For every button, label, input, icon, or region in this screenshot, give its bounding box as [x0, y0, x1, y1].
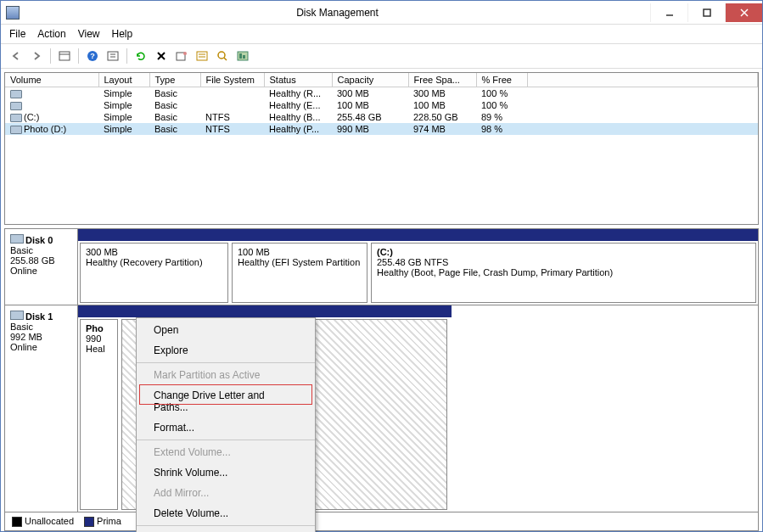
svg-rect-15: [197, 52, 207, 60]
context-menu: OpenExploreMark Partition as ActiveChang…: [136, 317, 316, 532]
col-header[interactable]: Free Spa...: [408, 73, 476, 87]
menu-separator: [137, 440, 315, 440]
close-button[interactable]: [725, 3, 762, 22]
menu-help[interactable]: Help: [112, 28, 133, 40]
menu-action[interactable]: Action: [37, 28, 65, 40]
search-icon[interactable]: [214, 48, 231, 64]
volume-icon: [10, 114, 22, 122]
disk1-row: Disk 1 Basic 992 MB Online Pho 990 Heal: [5, 305, 758, 512]
svg-text:?: ?: [90, 52, 95, 60]
volume-row[interactable]: SimpleBasicHealthy (R...300 MB300 MB100 …: [5, 87, 758, 100]
disk0-band: [78, 229, 758, 241]
titlebar: Disk Management: [1, 1, 762, 25]
disk0-partition[interactable]: (C:)255.48 GB NTFSHealthy (Boot, Page Fi…: [371, 243, 756, 303]
svg-rect-21: [239, 53, 242, 59]
disks-pane: Disk 0 Basic 255.88 GB Online 300 MBHeal…: [4, 228, 759, 531]
volume-icon: [10, 90, 22, 98]
app-icon: [6, 6, 20, 20]
svg-rect-8: [108, 52, 118, 60]
disk1-part-photo[interactable]: Pho 990 Heal: [80, 319, 118, 510]
disk-icon: [10, 234, 24, 244]
menu-item-add-mirror: Add Mirror...: [137, 483, 315, 503]
col-header[interactable]: % Free: [476, 73, 527, 87]
menu-separator: [137, 525, 315, 526]
disk0-info[interactable]: Disk 0 Basic 255.88 GB Online: [5, 229, 78, 305]
volume-row[interactable]: SimpleBasicHealthy (E...100 MB100 MB100 …: [5, 99, 758, 111]
svg-point-18: [218, 52, 225, 59]
volumes-pane: VolumeLayoutTypeFile SystemStatusCapacit…: [4, 72, 759, 225]
svg-rect-4: [59, 52, 70, 60]
col-header[interactable]: Capacity: [332, 73, 408, 87]
window-title: Disk Management: [25, 7, 650, 19]
back-button[interactable]: [8, 48, 25, 64]
forward-button[interactable]: [28, 48, 45, 64]
disk0-row: Disk 0 Basic 255.88 GB Online 300 MBHeal…: [5, 229, 758, 305]
minimize-button[interactable]: [650, 3, 687, 22]
menu-item-extend-volume: Extend Volume...: [137, 442, 315, 462]
toolbar: ?: [1, 44, 762, 69]
settings-icon[interactable]: [104, 48, 121, 64]
disk0-partition[interactable]: 300 MBHealthy (Recovery Partition): [80, 243, 228, 303]
col-header[interactable]: File System: [200, 73, 264, 87]
legend-primary-swatch: [84, 517, 94, 527]
col-header[interactable]: Volume: [5, 73, 98, 87]
menu-item-explore[interactable]: Explore: [137, 340, 315, 361]
volume-row[interactable]: (C:)SimpleBasicNTFSHealthy (B...255.48 G…: [5, 111, 758, 123]
content-area: VolumeLayoutTypeFile SystemStatusCapacit…: [1, 69, 762, 531]
menu-item-shrink-volume[interactable]: Shrink Volume...: [137, 462, 315, 483]
volume-icon: [10, 126, 22, 134]
menubar: File Action View Help: [1, 25, 762, 44]
col-header[interactable]: Layout: [98, 73, 149, 87]
volumes-table: VolumeLayoutTypeFile SystemStatusCapacit…: [5, 73, 758, 135]
menu-item-properties[interactable]: Properties: [137, 528, 315, 532]
svg-rect-22: [243, 55, 245, 59]
properties-icon[interactable]: [173, 48, 190, 64]
show-hide-tree-button[interactable]: [56, 48, 73, 64]
col-header[interactable]: Status: [264, 73, 332, 87]
app-window: Disk Management File Action View Help ? …: [0, 0, 763, 532]
list-icon[interactable]: [194, 48, 210, 64]
refresh-icon[interactable]: [132, 48, 149, 64]
disk0-partition[interactable]: 100 MBHealthy (EFI System Partition: [232, 243, 367, 303]
menu-file[interactable]: File: [9, 28, 25, 40]
svg-point-14: [183, 52, 187, 55]
menu-separator: [137, 362, 315, 363]
menu-item-format[interactable]: Format...: [137, 417, 315, 438]
legend: Unallocated Prima: [5, 512, 758, 530]
disk-icon: [10, 311, 24, 320]
volume-row[interactable]: Photo (D:)SimpleBasicNTFSHealthy (P...99…: [5, 123, 758, 135]
svg-rect-1: [704, 9, 710, 16]
menu-item-change-drive-letter-and-paths[interactable]: Change Drive Letter and Paths...: [137, 385, 315, 417]
help-icon[interactable]: ?: [84, 48, 101, 64]
maximize-button[interactable]: [687, 3, 725, 22]
disk1-band: [78, 305, 452, 317]
menu-item-delete-volume[interactable]: Delete Volume...: [137, 503, 315, 524]
col-header[interactable]: Type: [149, 73, 200, 87]
legend-unallocated-swatch: [12, 517, 22, 527]
delete-icon[interactable]: [153, 48, 170, 64]
disk1-info[interactable]: Disk 1 Basic 992 MB Online: [5, 305, 78, 512]
menu-item-mark-partition-as-active: Mark Partition as Active: [137, 365, 315, 385]
menu-item-open[interactable]: Open: [137, 320, 315, 340]
graphical-view-icon[interactable]: [234, 48, 251, 64]
volume-icon: [10, 102, 22, 110]
svg-line-19: [224, 58, 227, 60]
menu-view[interactable]: View: [78, 28, 100, 40]
